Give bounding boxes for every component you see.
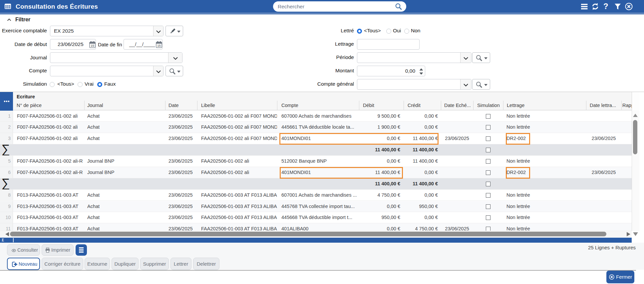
svg-text:15: 15 <box>91 44 94 47</box>
svg-text:15: 15 <box>157 44 161 47</box>
